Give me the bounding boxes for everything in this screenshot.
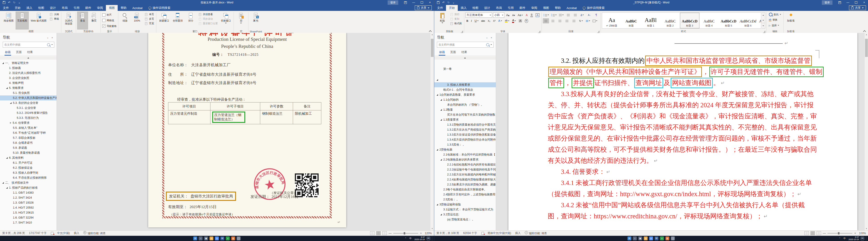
taskbar-icon-search[interactable]: ○ <box>199 237 203 240</box>
macros-button[interactable]: 宏 <box>235 11 247 29</box>
undo-icon[interactable]: ↶ <box>8 0 10 5</box>
page-indicator[interactable]: 第 9 页，共 108 页 <box>436 231 459 235</box>
line-spacing-button[interactable] <box>578 18 584 23</box>
nav-item[interactable]: 3.1运输方式： 本合同下货物运输方式为 <box>434 207 496 212</box>
nav-item[interactable]: 1.3.1货物的质量标准必须符合中国有关 <box>434 122 496 127</box>
collapse-icon[interactable] <box>436 149 438 151</box>
font-name-select[interactable]: 方正黑体简体 <box>465 12 492 18</box>
notification-center-icon[interactable] <box>427 237 430 240</box>
qat-customize-icon[interactable]: ⌄ <box>18 0 20 5</box>
save-icon[interactable] <box>3 1 5 4</box>
nav-item[interactable]: 3货物运输和保险 <box>434 202 496 207</box>
taskbar-icon-app-orange[interactable]: ▥ <box>231 237 235 240</box>
taskbar-icon-start[interactable]: ⊞ <box>627 237 631 240</box>
sign-in-button[interactable]: 登录 <box>388 0 398 5</box>
enclose-characters-button[interactable] <box>524 19 529 23</box>
bullets-button[interactable] <box>543 12 550 18</box>
replace-button[interactable]: 替换 <box>768 17 782 22</box>
show-desktop-button[interactable] <box>866 236 867 241</box>
align-left-button[interactable] <box>543 18 549 23</box>
scroll-down-icon[interactable]: ▼ <box>866 228 867 230</box>
nav-item[interactable]: 1.5. HG/T 20615 <box>0 210 57 215</box>
search-input[interactable] <box>3 43 47 46</box>
collapse-icon[interactable] <box>436 94 438 96</box>
collapse-icon[interactable] <box>6 157 8 159</box>
language-indicator[interactable]: 中文(中国) <box>57 231 70 235</box>
vertical-scrollbar[interactable]: ▲ ▼ <box>864 33 868 231</box>
character-border-button[interactable] <box>535 13 540 18</box>
nav-item[interactable]: 5.6. 不包含“辽河油田”字样 <box>0 130 57 135</box>
ribbon-display-options-icon[interactable] <box>401 0 409 5</box>
taskbar-icon-start[interactable]: ⊞ <box>193 237 197 240</box>
nav-pane-close-icon[interactable]: × <box>490 36 494 39</box>
zoom-percent[interactable]: 100% <box>858 232 866 235</box>
nav-item[interactable]: (a) 货物发送地点： 。 <box>434 217 496 222</box>
nav-item[interactable]: 1.2数量 <box>434 107 496 112</box>
nav-item[interactable]: 买方在本合同项下向卖方采购的货物数 <box>434 112 496 117</box>
nav-item[interactable]: 3. 投标人资格要求 <box>434 82 496 87</box>
underline-button[interactable] <box>474 19 479 23</box>
collapse-icon[interactable] <box>2 62 4 64</box>
superscript-button[interactable] <box>492 19 496 23</box>
show-desktop-button[interactable] <box>432 236 433 241</box>
taskbar-icon-browser[interactable]: ◎ <box>649 237 653 240</box>
tab-引用[interactable]: 引用 <box>71 5 82 11</box>
read-mode-button[interactable]: 阅读视图 <box>2 11 15 29</box>
tab-视图[interactable]: 视图 <box>106 5 118 11</box>
document-canvas[interactable]: ↵ 3.2. 投标人应持在有效期内的中华人民共和国市场监督管理总局或省、市级市场… <box>496 33 868 231</box>
print-layout-view-icon[interactable] <box>810 231 815 235</box>
tab-Acrobat[interactable]: Acrobat <box>129 5 146 11</box>
nav-tab-标题[interactable]: 标题 <box>437 49 447 56</box>
vertical-button[interactable]: ↕垂直 <box>77 11 88 29</box>
undo-icon[interactable]: ↶ <box>442 0 445 5</box>
nav-item[interactable]: 1.4. HG/T 20592 <box>0 205 57 210</box>
zoom-slider[interactable] <box>393 233 418 234</box>
page-width-button[interactable]: 页宽 <box>144 22 155 25</box>
subscript-button[interactable] <box>487 19 491 23</box>
shading-button[interactable] <box>585 18 591 23</box>
strikethrough-button[interactable] <box>480 19 486 23</box>
taskbar-clock[interactable]: 8:372025-10-24 <box>414 236 425 241</box>
grow-font-button[interactable] <box>505 13 510 18</box>
taskbar-icon-file-explorer[interactable]: ▤ <box>210 237 213 240</box>
text-highlight-button[interactable] <box>504 19 510 23</box>
paste-button[interactable]: 粘贴 <box>436 11 448 29</box>
immersive-reader-button[interactable]: 沉浸式 阅读器 <box>62 11 75 29</box>
nav-item[interactable]: 5.3.3. 无违法行为 <box>0 115 57 121</box>
nav-item[interactable]: 5.3.1. 企业信誉 <box>0 105 57 110</box>
taskbar-icon-app-gray[interactable]: ▢ <box>237 237 241 240</box>
tab-Acrobat[interactable]: Acrobat <box>564 5 580 11</box>
style-item-标题[interactable]: AaBbC标题 <box>622 13 641 28</box>
input-method-indicator[interactable]: 中 <box>842 237 847 240</box>
tab-设计[interactable]: 设计 <box>47 5 59 11</box>
collapse-icon[interactable] <box>440 159 442 161</box>
print-layout-button[interactable]: 页面视图 <box>16 11 29 29</box>
align-right-button[interactable] <box>557 18 563 23</box>
tell-me-search[interactable]: 操作说明搜索 <box>146 5 173 11</box>
show-marks-button[interactable] <box>593 12 599 18</box>
tab-布局[interactable]: 布局 <box>493 5 505 11</box>
title-bar[interactable]: ↶ ↻ ⌄ _STPQ9~M [兼容模式] - Word 登录 — × <box>434 0 868 5</box>
nav-item[interactable]: 5.4. 信誉要求 <box>0 121 57 125</box>
save-icon[interactable] <box>437 1 440 4</box>
collapse-all-headings-button[interactable] <box>0 56 57 60</box>
zoom-out-button[interactable]: — <box>389 232 392 235</box>
numbering-button[interactable] <box>551 12 557 18</box>
share-button[interactable]: 共享 <box>415 5 432 10</box>
nav-item[interactable]: 6.3. 投标人自律守则 <box>0 170 57 175</box>
phonetic-guide-button[interactable] <box>529 13 534 18</box>
synchronous-scrolling-button[interactable]: 同步滚动 <box>198 17 218 21</box>
change-case-button[interactable] <box>517 13 524 18</box>
taskbar-icon-task-view[interactable]: ▣ <box>638 237 642 240</box>
tab-插入[interactable]: 插入 <box>458 5 469 11</box>
taskbar-icon-file-explorer[interactable]: ▤ <box>644 237 648 240</box>
word-count[interactable]: 62034 个字 <box>463 231 477 235</box>
nav-item[interactable]: 1.1. GB/T 14383 <box>0 190 57 195</box>
distribute-button[interactable] <box>571 18 577 23</box>
nav-tab-页面[interactable]: 页面 <box>448 49 458 56</box>
nav-tab-结果[interactable]: 结果 <box>459 49 469 56</box>
nav-item[interactable]: 6. 其他资料 <box>0 155 57 160</box>
nav-item[interactable]: 4. 资格声明 <box>0 80 57 85</box>
nav-item[interactable]: 2货物包装 <box>434 147 496 152</box>
vertical-scrollbar[interactable]: ▲ ▼ <box>430 33 434 231</box>
